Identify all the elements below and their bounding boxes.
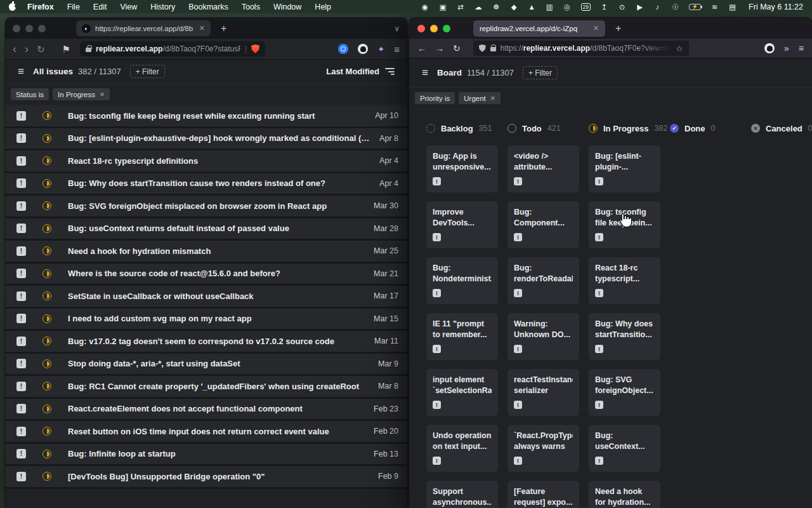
browser-menu-icon[interactable]: ≡ [799, 43, 804, 53]
issue-card[interactable]: reactTestInstance serializer ! [508, 369, 579, 416]
issue-card[interactable]: Bug: Component... ! [508, 201, 579, 248]
new-tab-button[interactable]: + [615, 23, 621, 34]
onepassword-icon[interactable]: ◎ [563, 3, 572, 11]
zoom-window-button[interactable] [38, 25, 46, 32]
tab-list-chevron-icon[interactable]: ∨ [394, 24, 400, 33]
issue-row[interactable]: ! Bug: tsconfig file keep being reset wh… [5, 105, 407, 128]
issue-row[interactable]: ! Bug: v17.0.2 tag doesn't seem to corre… [5, 331, 407, 354]
issue-row[interactable]: ! Bug: SVG foreignObject misplaced on br… [5, 196, 407, 218]
volume-icon[interactable]: ♪ [653, 3, 662, 11]
sync-icon[interactable]: ⇄ [457, 3, 465, 11]
tracking-protection-shield-icon[interactable] [479, 44, 486, 52]
issue-card[interactable]: IE 11 "prompt to remember... ! [426, 313, 498, 360]
menu-item-view[interactable]: View [120, 3, 137, 11]
triangle-app-icon[interactable]: ▲ [528, 3, 536, 11]
close-window-button[interactable] [417, 25, 425, 32]
forward-button[interactable]: → [435, 43, 444, 53]
extensions-puzzle-icon[interactable]: ✦ [377, 44, 384, 54]
issue-row[interactable]: ! Where is the source code of react@15.6… [5, 264, 407, 286]
filter-chip[interactable]: Priority is [415, 92, 455, 104]
issue-card[interactable]: Support asynchronous... ! [426, 481, 498, 508]
issue-card[interactable]: Bug: useContext... ! [589, 425, 660, 472]
camera-icon[interactable]: ▣ [439, 3, 447, 11]
app-menu-icon[interactable]: ≡ [422, 67, 428, 79]
issue-card[interactable]: Warning: Unknown DO... ! [508, 313, 579, 360]
back-button[interactable]: ‹ [13, 43, 16, 55]
new-tab-button[interactable]: + [221, 23, 226, 34]
issue-card[interactable]: React 18-rc typescript... ! [589, 257, 660, 304]
docker-icon[interactable]: ☸ [492, 3, 501, 11]
issue-row[interactable]: ! [DevTools Bug] Unsupported Bridge oper… [5, 466, 407, 489]
issue-card[interactable]: Improve DevTools... ! [426, 201, 498, 248]
close-tab-icon[interactable]: ✕ [199, 24, 205, 32]
dropbox-icon[interactable]: ◆ [510, 3, 518, 11]
issue-row[interactable]: ! I need to add custom svg map on my rea… [5, 309, 407, 331]
issue-card[interactable]: Bug: SVG foreignObject... ! [589, 369, 660, 416]
issue-card[interactable]: [Feature request] expo... ! [508, 481, 579, 508]
bookmark-icon[interactable]: ⚑ [62, 44, 70, 54]
zoom-window-button[interactable] [443, 25, 450, 32]
issue-card[interactable]: Bug: tsconfig file keep bein... ! [589, 201, 660, 248]
filter-chip[interactable]: Urgent✕ [459, 92, 501, 104]
github-extension-icon[interactable] [764, 43, 775, 53]
menu-item-firefox[interactable]: Firefox [27, 3, 54, 11]
issue-row[interactable]: ! React.createElement does not accept fu… [5, 399, 407, 422]
window-controls[interactable] [13, 25, 46, 32]
play-icon[interactable]: ▶ [636, 3, 644, 11]
menu-item-file[interactable]: File [67, 3, 80, 11]
issue-row[interactable]: ! Reset button on iOS time input does no… [5, 421, 407, 444]
calendar-icon[interactable]: 29 [581, 3, 591, 11]
reload-button[interactable]: ↻ [453, 43, 461, 53]
browser-tab[interactable]: replidraw2.vercel.app/d/c-iZpq ✕ [473, 20, 605, 37]
menu-item-tools[interactable]: Tools [242, 3, 260, 11]
browser-tab[interactable]: ◐ https://repliear.vercel.app/d/8b ✕ [76, 20, 211, 36]
issue-row[interactable]: ! Bug: RC1 Cannot create property '_upda… [5, 376, 407, 399]
add-filter-button[interactable]: + Filter [523, 66, 558, 79]
github-extension-icon[interactable] [358, 44, 368, 54]
address-bar[interactable]: https://repliear.vercel.app/d/8bTaoq7F0e… [473, 41, 689, 56]
issue-card[interactable]: Need a hook for hydration... ! [589, 481, 660, 508]
apple-menu-icon[interactable] [9, 3, 16, 11]
power-icon[interactable]: ⊙ [618, 3, 626, 11]
minimize-window-button[interactable] [430, 25, 438, 32]
screen-record-icon[interactable]: ◉ [421, 3, 429, 11]
issue-row[interactable]: ! Bug: [eslint-plugin-exhaustive-deps] h… [5, 128, 407, 151]
app-menu-icon[interactable]: ≡ [18, 65, 24, 78]
close-tab-icon[interactable]: ✕ [593, 24, 599, 32]
brave-shield-icon[interactable] [251, 44, 259, 53]
issue-row[interactable]: ! Need a hook for hydration mismatch Mar… [5, 241, 407, 264]
menu-item-edit[interactable]: Edit [93, 3, 107, 11]
issue-card[interactable]: input element `setSelectionRa ! [426, 369, 498, 416]
issue-row[interactable]: ! Stop doing data-*, aria-*, start using… [5, 354, 407, 377]
onepassword-extension-icon[interactable] [338, 44, 348, 54]
issue-card[interactable]: Bug: Why does startTransitio... ! [589, 313, 660, 360]
issue-card[interactable]: Bug: App is unresponsive... ! [426, 145, 498, 192]
issue-card[interactable]: Bug: renderToReadab ! [508, 257, 579, 304]
window-controls[interactable] [417, 25, 450, 32]
sort-order-icon[interactable] [385, 68, 395, 75]
close-window-button[interactable] [13, 25, 20, 32]
overflow-menu-icon[interactable]: » [784, 43, 789, 53]
menu-item-bookmarks[interactable]: Bookmarks [188, 3, 228, 11]
forward-button[interactable]: › [25, 43, 29, 55]
issue-card[interactable]: Bug: [eslint-plugin-... ! [589, 145, 660, 192]
menu-item-help[interactable]: Help [315, 3, 331, 11]
cloud-icon[interactable]: ☁ [475, 3, 483, 11]
battery-icon[interactable]: ⚡ [689, 4, 701, 10]
issue-card[interactable]: `React.PropType always warns ab ! [508, 425, 579, 472]
menu-item-history[interactable]: History [150, 3, 175, 11]
wifi-icon[interactable]: ≋ [710, 3, 719, 11]
remove-filter-icon[interactable]: ✕ [100, 91, 105, 98]
ports-icon[interactable]: ↥ [600, 3, 608, 11]
window-layout-icon[interactable]: ▥ [546, 3, 554, 11]
reload-button[interactable]: ↻ [37, 44, 45, 54]
minimize-window-button[interactable] [25, 25, 33, 32]
issue-card[interactable]: Undo operation on text input... ! [426, 425, 498, 472]
bookmark-star-icon[interactable]: ☆ [676, 44, 683, 53]
address-bar[interactable]: repliear.vercel.app /d/8bTaoq7F0e?status… [80, 41, 265, 57]
menu-item-window[interactable]: Window [273, 3, 301, 11]
menu-bar-clock[interactable]: Fri May 6 11:22 [749, 3, 803, 11]
filter-chip[interactable]: Status is [11, 88, 49, 100]
issue-row[interactable]: ! Bug: Why does startTransition cause tw… [5, 173, 407, 196]
issue-row[interactable]: ! SetState in useCallback or without use… [5, 286, 407, 309]
